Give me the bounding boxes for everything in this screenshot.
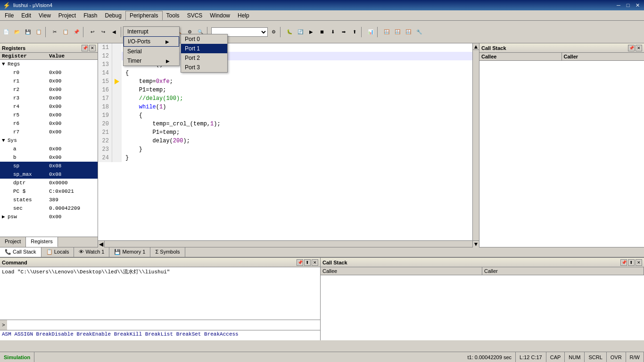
tab-locals[interactable]: 📋 Locals [41, 247, 74, 257]
menu-io-ports[interactable]: I/O-Ports ▶ [124, 36, 179, 47]
tb-stop[interactable]: ⏹ [317, 27, 327, 37]
menu-peripherals[interactable]: Peripherals [125, 11, 163, 20]
panel-pin-button[interactable]: 📌 [82, 45, 88, 51]
reg-r4-label: r4 [0, 102, 47, 111]
menu-debug[interactable]: Debug [101, 11, 125, 20]
reg-sp-max[interactable]: sp_max 0x08 [0, 170, 98, 179]
reg-sp[interactable]: sp 0x08 [0, 162, 98, 170]
cs-close-button[interactable]: ✕ [636, 45, 642, 51]
io-ports-arrow: ▶ [165, 39, 169, 44]
scroll-down-btn[interactable]: ▼ [473, 240, 479, 247]
port0-item[interactable]: Port 0 [181, 34, 227, 44]
menu-edit[interactable]: Edit [17, 11, 35, 20]
tb-options[interactable]: ⚙ [268, 27, 279, 37]
cmd-close-button[interactable]: ✕ [312, 259, 318, 266]
menu-window[interactable]: Window [206, 11, 234, 20]
menu-serial[interactable]: Serial [124, 47, 179, 56]
tb-copy[interactable]: 📋 [60, 27, 71, 37]
sys-group[interactable]: ▼Sys [0, 136, 98, 145]
tb-cut[interactable]: ✂ [50, 27, 60, 37]
tab-watch[interactable]: 👁 Watch 1 [74, 247, 109, 257]
tb-run[interactable]: ▶ [306, 27, 316, 37]
tb-wrench[interactable]: 🔧 [414, 27, 424, 37]
tab-project[interactable]: Project [0, 237, 26, 247]
menu-project[interactable]: Project [55, 11, 80, 20]
port1-item[interactable]: Port 1 [181, 44, 227, 53]
tb-undo[interactable]: ↩ [87, 27, 98, 37]
reg-sp-max-label: sp_max [0, 170, 47, 179]
cs-bottom-btns: 📌 ⬆ ✕ [620, 259, 642, 266]
reg-r7-label: r7 [0, 128, 47, 136]
regs-group[interactable]: ▼Regs [0, 60, 98, 68]
port2-item[interactable]: Port 2 [181, 53, 227, 63]
cs-pin-button[interactable]: 📌 [628, 45, 635, 51]
minimize-button[interactable]: ─ [615, 2, 622, 8]
tb-memory-map[interactable]: 📊 [365, 27, 376, 37]
reg-r5-value: 0x00 [47, 111, 85, 119]
panel-close-button[interactable]: ✕ [89, 45, 96, 51]
tb-step-out[interactable]: ⬆ [349, 27, 360, 37]
cs-bottom-close-button[interactable]: ✕ [636, 259, 642, 266]
tb-debug-start[interactable]: 🐛 [284, 27, 295, 37]
command-autocomplete: ASM ASSIGN BreakDisable BreakEnable Brea… [0, 330, 320, 340]
line-marker-13 [112, 60, 122, 69]
tb-save[interactable]: 💾 [23, 27, 33, 37]
line-marker-16 [112, 86, 122, 94]
callstack-icon: 📞 [5, 249, 11, 255]
tb-step-over[interactable]: ➡ [339, 27, 349, 37]
tb-window3[interactable]: 🪟 [403, 27, 413, 37]
scroll-left-btn[interactable]: ◀ [98, 241, 105, 247]
cs-column-headers: Callee Caller [479, 53, 644, 61]
menu-timer[interactable]: Timer ▶ [124, 56, 179, 66]
reg-sp-label: sp [0, 162, 47, 170]
tab-registers[interactable]: Registers [26, 237, 58, 247]
tb-step-in[interactable]: ⬇ [328, 27, 338, 37]
reg-r1: r1 0x00 [0, 77, 98, 85]
menu-svcs[interactable]: SVCS [183, 11, 206, 20]
main-layout: Registers 📌 ✕ Register Value ▼Regs r0 0x… [0, 43, 644, 247]
maximize-button[interactable]: □ [624, 2, 632, 8]
call-stack-header: Call Stack 📌 ✕ [479, 43, 644, 53]
tab-call-stack[interactable]: 📞 Call Stack [0, 247, 41, 257]
menu-tools[interactable]: Tools [163, 11, 183, 20]
reg-r0-value: 0x00 [47, 68, 85, 77]
tb-window2[interactable]: 🪟 [392, 27, 403, 37]
menu-flash[interactable]: Flash [80, 11, 101, 20]
cmd-pin-button[interactable]: 📌 [297, 259, 303, 266]
code-editor[interactable]: 11 } 12 uchar temp; 13 void main() 14 { [98, 43, 479, 240]
tb-window1[interactable]: 🪟 [381, 27, 392, 37]
reg-dptr-value: 0x0000 [47, 179, 85, 187]
execution-arrow [115, 79, 119, 84]
port3-item[interactable]: Port 3 [181, 63, 227, 72]
reg-psw[interactable]: ▶psw 0x00 [0, 213, 98, 221]
tb-redo[interactable]: ↪ [98, 27, 108, 37]
tb-open[interactable]: 📂 [12, 27, 22, 37]
menu-view[interactable]: View [35, 11, 55, 20]
tb-back[interactable]: ◀ [109, 27, 119, 37]
peripherals-dropdown: Interrupt I/O-Ports ▶ Serial Timer ▶ [123, 26, 180, 66]
tb-reset[interactable]: 🔄 [295, 27, 305, 37]
code-line-23: 23 } [98, 145, 472, 154]
serial-label: Serial [127, 48, 142, 55]
code-scrollbar-x: ◀ ▶ [98, 240, 479, 247]
cmd-float-button[interactable]: ⬆ [304, 259, 311, 266]
watch-icon: 👁 [79, 249, 84, 255]
menu-file[interactable]: File [1, 11, 17, 20]
code-line-18: 18 while(1) [98, 103, 472, 111]
call-stack-bottom: Call Stack 📌 ⬆ ✕ Callee Caller [321, 258, 644, 340]
cs-bottom-pin-button[interactable]: 📌 [620, 259, 627, 266]
command-input[interactable] [7, 320, 320, 330]
tb-new[interactable]: 📄 [1, 27, 11, 37]
cs-bottom-float-button[interactable]: ⬆ [628, 259, 635, 266]
scroll-up-btn[interactable]: ▲ [473, 43, 479, 50]
reg-a: a 0x00 [0, 145, 98, 153]
tab-symbols[interactable]: Σ Symbols [150, 247, 185, 257]
tb-paste[interactable]: 📌 [71, 27, 82, 37]
close-button[interactable]: ✕ [634, 2, 641, 8]
tab-memory[interactable]: 💾 Memory 1 [109, 247, 150, 257]
menu-interrupt[interactable]: Interrupt [124, 27, 179, 36]
tb-btn4[interactable]: 📋 [33, 27, 44, 37]
menu-help[interactable]: Help [234, 11, 253, 20]
line-num-13: 13 [98, 60, 112, 69]
line-num-16: 16 [98, 86, 112, 94]
